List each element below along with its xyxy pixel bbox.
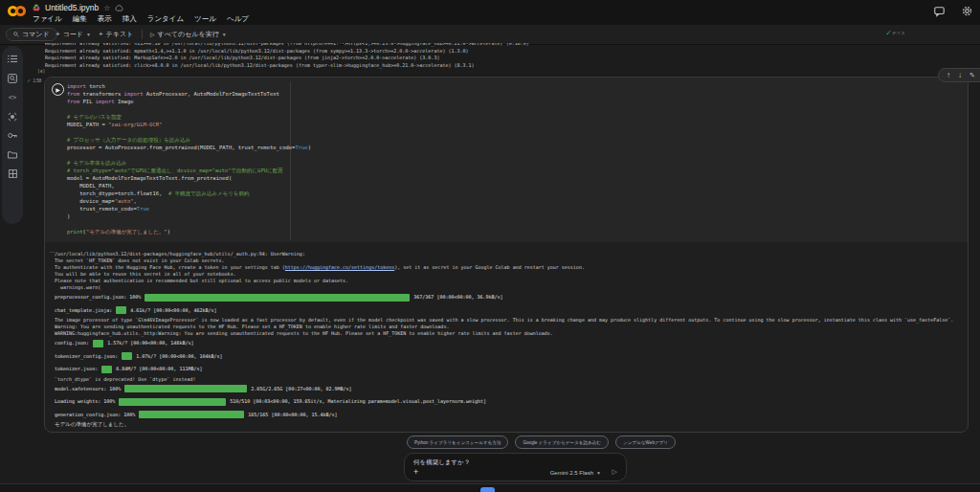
progress-stats: 6.84M/? [00:00<00:00, 111MB/s] [116, 363, 202, 376]
code-line [67, 105, 928, 113]
code-line: torch_dtype=torch.float16, # 半精度で読み込みメモリ… [67, 190, 928, 197]
progress-label: Loading weights: [55, 395, 100, 409]
add-code-button[interactable]: + コード ▼ [56, 28, 91, 40]
notebook-title[interactable]: Untitled5.ipynb [45, 3, 99, 12]
extensions-grid-icon[interactable] [8, 168, 18, 179]
notebook-toolbar: コマンド + コード ▼ + テキスト ▷ すべてのセルを実行 ▼ ✓ ディス [0, 25, 980, 45]
colab-logo-icon[interactable] [8, 4, 31, 19]
progress-stats: 165/165 [00:00<00:00, 15.4kB/s] [248, 409, 337, 422]
progress-label: tokenizer_config.json: [55, 350, 118, 364]
plus-icon: + [56, 30, 60, 38]
model-selector[interactable]: Gemini 2.5 Flash ▼ [550, 470, 601, 476]
add-text-label: テキスト [106, 30, 134, 39]
output-text-line: Requirement already satisfied: mpmath<1.… [45, 48, 969, 56]
star-icon[interactable]: ☆ [103, 4, 110, 12]
move-cell-up-icon[interactable]: ↑ [947, 71, 950, 79]
menu-item-ファイル[interactable]: ファイル [33, 14, 62, 24]
progress-row: tokenizer.json:6.84M/? [00:00<00:00, 111… [55, 363, 966, 376]
progress-label: chat_template.jinja: [55, 304, 112, 318]
command-palette-button[interactable]: コマンド [6, 28, 57, 41]
progress-percent: 100% [123, 409, 135, 422]
output-text-line: Requirement already satisfied: MarkupSaf… [45, 55, 969, 62]
find-and-replace-icon[interactable] [8, 73, 18, 83]
code-line [67, 128, 928, 136]
progress-stats: 1.07k/? [00:00<00:00, 104kB/s] [136, 350, 222, 364]
gemini-chat-box[interactable]: 何を構築しますか？ + Gemini 2.5 Flash ▼ ▷ [404, 453, 627, 481]
output-text-line: You will be able to reuse this secret in… [55, 271, 966, 278]
output-text-line: モデルの準備が完了しました。 [55, 421, 966, 429]
run-all-label: すべてのセルを実行 [158, 30, 219, 39]
progress-bar [119, 398, 226, 406]
code-snippets-icon[interactable]: <> [8, 92, 18, 102]
progress-bar [93, 340, 103, 347]
edit-icon[interactable]: ✎ [969, 72, 975, 79]
suggestion-chip[interactable]: Python ライブラリをインストールする方法 [407, 436, 508, 449]
code-line: from transformers import AutoProcessor, … [67, 90, 928, 98]
code-line: trust_remote_code=True [67, 205, 928, 212]
progress-label: preprocessor_config.json: [55, 291, 126, 304]
code-line: MODEL_PATH, [67, 182, 928, 190]
execution-count: [4] [37, 69, 45, 74]
progress-label: model.safetensors: [55, 383, 106, 396]
settings-gear-icon[interactable] [962, 6, 972, 16]
menu-item-編集[interactable]: 編集 [73, 14, 87, 24]
progress-row: tokenizer_config.json:1.07k/? [00:00<00:… [55, 350, 966, 364]
cell-toolbar: ↑ ↓ ✎ [938, 68, 980, 82]
chat-input-placeholder[interactable]: 何を構築しますか？ [413, 458, 470, 467]
code-editor[interactable]: import torchfrom transformers import Aut… [67, 82, 928, 235]
previous-cell-output: Requirement already satisfied: h11>=0.16… [45, 43, 969, 75]
chevron-down-icon[interactable]: ▼ [222, 32, 227, 37]
disk-indicator[interactable]: ディス [892, 31, 905, 35]
progress-percent: 100% [109, 383, 121, 396]
gemini-spark-icon[interactable] [8, 111, 18, 122]
suggestion-chip[interactable]: シンプルなWebアプリ [615, 436, 676, 449]
run-icon: ▷ [150, 31, 155, 37]
add-code-label: コード [63, 30, 83, 39]
menu-item-ランタイム[interactable]: ランタイム [147, 14, 184, 24]
progress-bar [116, 306, 126, 314]
code-line: print("モデルの準備が完了しました。") [67, 228, 928, 235]
menu-item-挿入[interactable]: 挿入 [122, 14, 137, 24]
menu-item-ツール[interactable]: ツール [194, 14, 216, 24]
code-line: device_map="auto", [67, 197, 928, 205]
run-cell-button[interactable]: ▶ [52, 83, 64, 96]
add-text-button[interactable]: + テキスト [99, 28, 133, 40]
left-sidebar: <> [2, 46, 23, 224]
model-selector-label: Gemini 2.5 Flash [550, 470, 593, 476]
suggestion-chips: Python ライブラリをインストールする方法Google ドライブからデータを… [407, 436, 676, 449]
code-line: MODEL_PATH = "zai-org/GLM-OCR" [67, 121, 928, 128]
comment-icon[interactable] [934, 7, 945, 16]
suggestion-chip[interactable]: Google ドライブからデータを読み込む [515, 436, 609, 449]
code-line: # プロセッサ（入力データの前処理役）を読み込み [67, 136, 928, 144]
cloud-save-icon [115, 5, 123, 11]
menu-item-ヘルプ[interactable]: ヘルプ [227, 14, 249, 24]
progress-row: chat_template.jinja:4.61k/? [00:00<00:00… [55, 304, 966, 318]
menu-bar: ファイル編集表示挿入ランタイムツールヘルプ [33, 14, 249, 24]
progress-row: preprocessor_config.json:100%367/367 [00… [55, 291, 966, 304]
output-text-line: `torch_dtype` is deprecated! Use `dtype`… [55, 376, 966, 383]
output-text-line: Requirement already satisfied: click>=8.… [45, 62, 969, 70]
play-icon: ▶ [56, 86, 60, 93]
chevron-down-icon[interactable]: ▼ [86, 32, 91, 37]
send-button[interactable]: ▷ [612, 468, 617, 476]
header-bar: Untitled5.ipynb ☆ ファイル編集表示挿入ランタイムツールヘルプ [0, 0, 980, 25]
secrets-key-icon[interactable] [8, 130, 18, 141]
attach-plus-button[interactable]: + [413, 468, 418, 477]
settings-tokens-link[interactable]: https://huggingface.co/settings/tokens [285, 264, 394, 270]
progress-row: generation_config.json:100%165/165 [00:0… [55, 409, 966, 422]
move-cell-down-icon[interactable]: ↓ [958, 71, 962, 79]
menu-item-表示[interactable]: 表示 [98, 14, 112, 24]
code-line: from PIL import Image [67, 98, 928, 105]
files-folder-icon[interactable] [8, 149, 18, 160]
progress-label: tokenizer.json: [55, 363, 98, 376]
progress-label: generation_config.json: [55, 409, 121, 422]
progress-stats: 1.57k/? [00:00<00:00, 148kB/s] [107, 337, 193, 350]
drive-file-icon [33, 4, 40, 11]
progress-bar [145, 294, 410, 302]
code-line: # モデルのパスを指定 [67, 113, 928, 121]
run-all-button[interactable]: ▷ すべてのセルを実行 ▼ [150, 28, 227, 40]
progress-percent: 100% [129, 291, 141, 304]
bottom-accent-pill[interactable] [480, 487, 495, 492]
code-line: # torch_dtype="auto"でGPUに最適化し、device_map… [67, 167, 928, 174]
table-of-contents-icon[interactable] [8, 54, 18, 64]
